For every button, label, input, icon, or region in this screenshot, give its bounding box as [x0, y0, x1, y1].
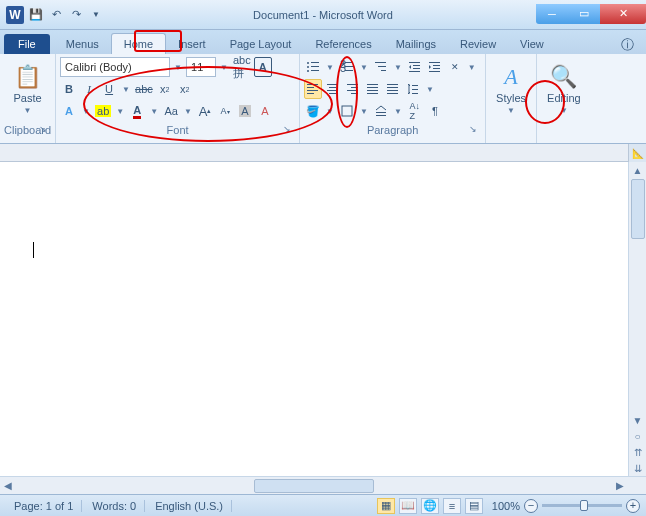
shrink-font-button[interactable]: A▾ — [216, 101, 234, 121]
word-icon[interactable]: W — [6, 6, 24, 24]
qat-dropdown-icon[interactable]: ▼ — [88, 7, 104, 23]
scroll-left-icon[interactable]: ◀ — [0, 480, 16, 491]
align-right-button[interactable] — [344, 79, 362, 99]
chevron-down-icon[interactable]: ▼ — [392, 107, 404, 116]
close-button[interactable]: ✕ — [600, 4, 646, 24]
document-page[interactable] — [0, 162, 628, 476]
align-center-button[interactable] — [324, 79, 342, 99]
font-launcher-icon[interactable]: ↘ — [281, 124, 293, 136]
horizontal-scrollbar[interactable]: ◀ ▶ — [0, 476, 646, 494]
show-hide-button[interactable]: ¶ — [426, 101, 444, 121]
tab-home[interactable]: Home — [111, 33, 166, 54]
editing-button[interactable]: 🔍 Editing ▼ — [541, 56, 587, 122]
line-spacing-button[interactable] — [404, 79, 422, 99]
scroll-down-icon[interactable]: ▼ — [629, 412, 646, 428]
character-shading-button[interactable]: A — [236, 101, 254, 121]
chevron-down-icon[interactable]: ▼ — [182, 107, 194, 116]
increase-indent-button[interactable] — [426, 57, 444, 77]
asian-layout-button[interactable]: ✕ — [446, 57, 464, 77]
chevron-down-icon[interactable]: ▼ — [358, 107, 370, 116]
chevron-down-icon[interactable]: ▼ — [324, 63, 336, 72]
undo-icon[interactable]: ↶ — [48, 7, 64, 23]
clipboard-launcher-icon[interactable]: ↘ — [37, 124, 49, 136]
bold-button[interactable]: B — [60, 79, 78, 99]
status-page[interactable]: Page: 1 of 1 — [6, 500, 82, 512]
phonetic-guide-button[interactable]: abc拼 — [232, 57, 252, 77]
zoom-slider-thumb[interactable] — [580, 500, 588, 511]
status-language[interactable]: English (U.S.) — [147, 500, 232, 512]
view-web-layout-icon[interactable]: 🌐 — [421, 498, 439, 514]
zoom-level[interactable]: 100% — [492, 500, 520, 512]
chevron-down-icon[interactable]: ▼ — [324, 107, 336, 116]
scroll-thumb[interactable] — [631, 179, 645, 239]
ruler-toggle-icon[interactable]: 📐 — [628, 144, 646, 162]
zoom-in-button[interactable]: + — [626, 499, 640, 513]
save-icon[interactable]: 💾 — [28, 7, 44, 23]
minimize-button[interactable]: ─ — [536, 4, 568, 24]
view-draft-icon[interactable]: ▤ — [465, 498, 483, 514]
next-page-icon[interactable]: ⇊ — [629, 460, 646, 476]
chevron-down-icon[interactable]: ▼ — [392, 63, 404, 72]
help-icon[interactable]: ⓘ — [613, 36, 642, 54]
tab-page-layout[interactable]: Page Layout — [218, 34, 304, 54]
tab-review[interactable]: Review — [448, 34, 508, 54]
font-name-combo[interactable]: Calibri (Body) — [60, 57, 170, 77]
justify-button[interactable] — [364, 79, 382, 99]
character-border-button[interactable]: A — [254, 57, 272, 77]
tab-references[interactable]: References — [303, 34, 383, 54]
text-effects-button[interactable]: A — [60, 101, 78, 121]
chevron-down-icon[interactable]: ▼ — [424, 85, 436, 94]
prev-page-icon[interactable]: ⇈ — [629, 444, 646, 460]
tab-menus[interactable]: Menus — [54, 34, 111, 54]
tab-file[interactable]: File — [4, 34, 50, 54]
chevron-down-icon[interactable]: ▼ — [218, 63, 230, 72]
chevron-down-icon[interactable]: ▼ — [466, 63, 478, 72]
snap-to-grid-button[interactable] — [372, 101, 390, 121]
clear-formatting-button[interactable]: A — [256, 101, 274, 121]
view-print-layout-icon[interactable]: ▦ — [377, 498, 395, 514]
bullets-button[interactable] — [304, 57, 322, 77]
scroll-thumb[interactable] — [254, 479, 373, 493]
italic-button[interactable]: I — [80, 79, 98, 99]
subscript-button[interactable]: x2 — [156, 79, 174, 99]
status-words[interactable]: Words: 0 — [84, 500, 145, 512]
chevron-down-icon[interactable]: ▼ — [172, 63, 184, 72]
view-outline-icon[interactable]: ≡ — [443, 498, 461, 514]
grow-font-button[interactable]: A▴ — [196, 101, 214, 121]
multilevel-list-button[interactable] — [372, 57, 390, 77]
strikethrough-button[interactable]: abc — [134, 79, 154, 99]
scroll-up-icon[interactable]: ▲ — [629, 162, 646, 178]
tab-mailings[interactable]: Mailings — [384, 34, 448, 54]
decrease-indent-button[interactable] — [406, 57, 424, 77]
chevron-down-icon[interactable]: ▼ — [80, 107, 92, 116]
redo-icon[interactable]: ↷ — [68, 7, 84, 23]
superscript-button[interactable]: x2 — [176, 79, 194, 99]
chevron-down-icon[interactable]: ▼ — [114, 107, 126, 116]
highlight-button[interactable]: ab — [94, 101, 112, 121]
font-color-button[interactable]: A — [128, 101, 146, 121]
distributed-button[interactable] — [384, 79, 402, 99]
paste-button[interactable]: 📋 Paste ▼ — [4, 56, 51, 122]
horizontal-ruler[interactable]: 📐 — [0, 144, 646, 162]
change-case-button[interactable]: Aa — [162, 101, 180, 121]
font-size-combo[interactable]: 11 — [186, 57, 216, 77]
zoom-slider[interactable] — [542, 504, 622, 507]
numbering-button[interactable]: 123 — [338, 57, 356, 77]
chevron-down-icon[interactable]: ▼ — [358, 63, 370, 72]
underline-button[interactable]: U — [100, 79, 118, 99]
chevron-down-icon[interactable]: ▼ — [148, 107, 160, 116]
borders-button[interactable] — [338, 101, 356, 121]
chevron-down-icon[interactable]: ▼ — [120, 85, 132, 94]
styles-button[interactable]: A Styles ▼ — [490, 56, 532, 122]
view-full-screen-icon[interactable]: 📖 — [399, 498, 417, 514]
maximize-button[interactable]: ▭ — [568, 4, 600, 24]
tab-insert[interactable]: Insert — [166, 34, 218, 54]
browse-object-icon[interactable]: ○ — [629, 428, 646, 444]
scroll-right-icon[interactable]: ▶ — [612, 480, 628, 491]
zoom-out-button[interactable]: − — [524, 499, 538, 513]
tab-view[interactable]: View — [508, 34, 556, 54]
vertical-scrollbar[interactable]: ▲ ▼ ○ ⇈ ⇊ — [628, 162, 646, 476]
align-left-button[interactable] — [304, 79, 322, 99]
shading-button[interactable]: 🪣 — [304, 101, 322, 121]
paragraph-launcher-icon[interactable]: ↘ — [467, 124, 479, 136]
